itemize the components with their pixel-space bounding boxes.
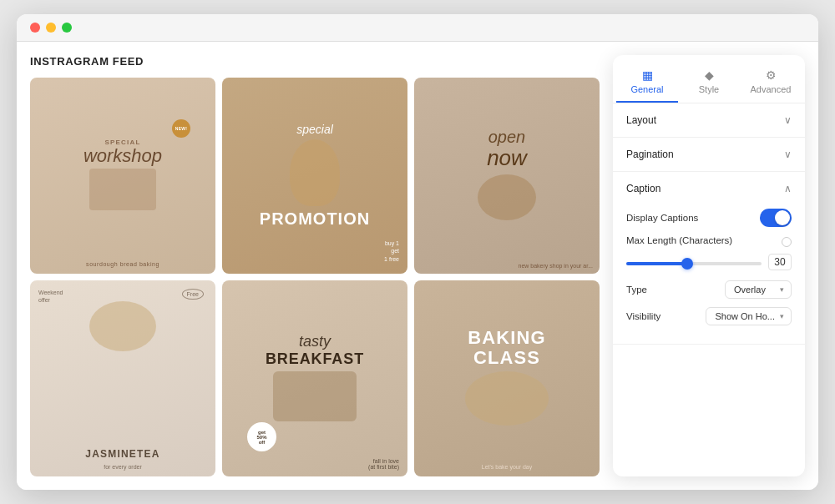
feed-item-6[interactable]: BAKING CLASS Let's bake your day bbox=[414, 280, 600, 476]
slider-fill bbox=[626, 262, 687, 265]
tab-general-label: General bbox=[630, 84, 663, 94]
item5-image bbox=[273, 371, 357, 421]
section-caption: Caption ∧ Display Captions bbox=[613, 172, 805, 345]
tab-advanced[interactable]: ⚙ Advanced bbox=[740, 62, 802, 103]
caption-header-label: Caption bbox=[626, 183, 660, 194]
visibility-row: Visibility Show On Ho... ▾ bbox=[626, 307, 792, 325]
section-pagination: Pagination ∨ bbox=[613, 138, 805, 172]
feed-item-1[interactable]: SPECIAL workshop NEW! sourdough bread ba… bbox=[30, 78, 215, 274]
tab-general[interactable]: ▦ General bbox=[616, 62, 678, 103]
feed-item-4[interactable]: Weekendoffer Free JASMINETEA for every o… bbox=[30, 280, 215, 476]
item4-big-text: JASMINETEA bbox=[30, 448, 215, 460]
item3-image bbox=[478, 174, 536, 220]
close-dot[interactable] bbox=[30, 23, 40, 33]
layout-chevron-icon: ∨ bbox=[784, 114, 792, 126]
type-row: Type Overlay ▾ bbox=[626, 280, 792, 299]
style-icon: ◆ bbox=[705, 68, 714, 82]
item6-caption: Let's bake your day bbox=[414, 464, 600, 470]
type-select[interactable]: Overlay ▾ bbox=[725, 280, 792, 299]
slider-track[interactable] bbox=[626, 262, 762, 265]
item3-caption: new bakery shop in your ar... bbox=[519, 263, 594, 269]
tab-advanced-label: Advanced bbox=[751, 84, 792, 94]
display-captions-row: Display Captions bbox=[626, 209, 792, 227]
display-captions-toggle[interactable] bbox=[760, 209, 792, 227]
feed-title: INSTRAGRAM FEED bbox=[30, 55, 600, 68]
pagination-chevron-icon: ∨ bbox=[784, 149, 792, 160]
type-value: Overlay bbox=[734, 285, 766, 295]
max-length-value[interactable]: 30 bbox=[768, 254, 792, 270]
caption-header[interactable]: Caption ∧ bbox=[613, 172, 805, 205]
browser-bar bbox=[17, 14, 818, 42]
pagination-label: Pagination bbox=[626, 149, 674, 160]
display-captions-label: Display Captions bbox=[626, 213, 698, 223]
item3-text2: now bbox=[487, 145, 527, 171]
item4-image bbox=[89, 301, 156, 351]
item4-weekend: Weekendoffer bbox=[38, 289, 63, 304]
type-label: Type bbox=[626, 285, 647, 295]
item3-text1: open bbox=[488, 129, 526, 145]
visibility-select[interactable]: Show On Ho... ▾ bbox=[706, 307, 792, 325]
pagination-row[interactable]: Pagination ∨ bbox=[613, 138, 805, 171]
max-length-radio[interactable] bbox=[782, 237, 792, 247]
item2-image bbox=[290, 139, 340, 206]
item5-script: tasty bbox=[299, 333, 331, 350]
visibility-label: Visibility bbox=[626, 311, 660, 321]
item1-caption: sourdough bread baking bbox=[30, 261, 215, 267]
feed-item-2[interactable]: special PROMOTION buy 1get1 free bbox=[222, 78, 407, 274]
layout-row[interactable]: Layout ∨ bbox=[613, 103, 805, 137]
caption-chevron-icon: ∧ bbox=[784, 183, 792, 194]
tab-style[interactable]: ◆ Style bbox=[678, 62, 740, 103]
settings-panel: ▦ General ◆ Style ⚙ Advanced Layout bbox=[613, 55, 805, 476]
item1-big-text: workshop bbox=[84, 147, 162, 165]
item2-buy-text: buy 1get1 free bbox=[384, 239, 399, 264]
item1-image bbox=[89, 169, 156, 210]
general-icon: ▦ bbox=[642, 68, 653, 82]
item2-script: special bbox=[296, 123, 333, 136]
slider-thumb[interactable] bbox=[681, 258, 693, 270]
browser-content: INSTRAGRAM FEED SPECIAL workshop NEW! so… bbox=[17, 42, 818, 490]
item6-text1: BAKING bbox=[468, 328, 545, 348]
feed-panel: INSTRAGRAM FEED SPECIAL workshop NEW! so… bbox=[30, 55, 600, 476]
item5-caption: fall in love(at first bite) bbox=[368, 458, 399, 470]
settings-tabs: ▦ General ◆ Style ⚙ Advanced bbox=[613, 55, 805, 103]
feed-item-5[interactable]: tasty BREAKFAST get50%off fall in love(a… bbox=[222, 280, 407, 476]
max-length-label: Max Length (Characters) bbox=[626, 235, 732, 245]
layout-label: Layout bbox=[626, 114, 656, 126]
toggle-knob bbox=[775, 210, 790, 225]
settings-body: Layout ∨ Pagination ∨ Caption ∧ bbox=[613, 103, 805, 476]
max-length-slider-container bbox=[626, 259, 762, 265]
item5-big-text: BREAKFAST bbox=[266, 350, 364, 368]
visibility-chevron-icon: ▾ bbox=[780, 312, 784, 320]
visibility-value: Show On Ho... bbox=[715, 311, 775, 321]
maximize-dot[interactable] bbox=[62, 23, 72, 33]
section-layout: Layout ∨ bbox=[613, 103, 805, 138]
browser-window: INSTRAGRAM FEED SPECIAL workshop NEW! so… bbox=[17, 14, 818, 490]
minimize-dot[interactable] bbox=[46, 23, 56, 33]
item2-big-text: PROMOTION bbox=[260, 209, 370, 229]
caption-body: Display Captions Max Length (Characters) bbox=[613, 205, 805, 344]
item6-image bbox=[465, 371, 549, 426]
type-chevron-icon: ▾ bbox=[780, 285, 784, 294]
item5-badge: get50%off bbox=[247, 422, 276, 451]
item1-badge: NEW! bbox=[172, 119, 190, 138]
tab-style-label: Style bbox=[699, 84, 719, 94]
feed-grid: SPECIAL workshop NEW! sourdough bread ba… bbox=[30, 78, 600, 476]
feed-item-3[interactable]: open now new bakery shop in your ar... bbox=[414, 78, 600, 274]
item4-free-badge: Free bbox=[182, 289, 204, 300]
advanced-icon: ⚙ bbox=[766, 68, 777, 82]
item6-text2: CLASS bbox=[473, 348, 540, 368]
item4-caption: for every order bbox=[30, 464, 215, 470]
